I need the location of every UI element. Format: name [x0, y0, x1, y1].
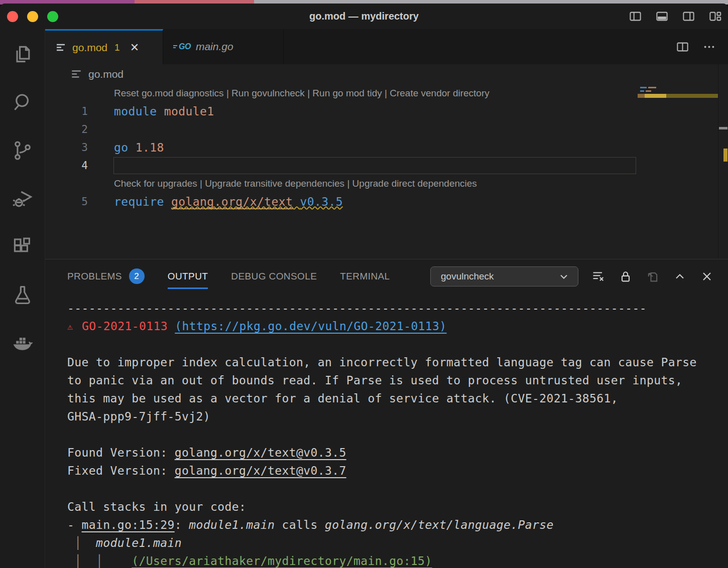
- found-version-link[interactable]: golang.org/x/text@v0.3.5: [175, 446, 346, 459]
- stack-location-link[interactable]: main.go:15:29: [82, 518, 175, 531]
- minimize-window-button[interactable]: [27, 11, 38, 22]
- output-channel-select[interactable]: govulncheck: [430, 266, 578, 287]
- problems-count-badge: 2: [129, 268, 145, 284]
- editor-actions: [676, 29, 728, 64]
- vscode-window: go.mod — mydirectory: [0, 4, 728, 568]
- description-line: GHSA-ppp9-7jff-5vj2): [67, 407, 728, 425]
- description-line: Due to improper index calculation, an in…: [67, 353, 728, 371]
- output-console: ----------------------------------------…: [45, 293, 728, 568]
- editor-tab-bar: go.mod 1 ✕ GO main.go: [45, 29, 728, 64]
- source-control-icon[interactable]: [12, 139, 34, 162]
- clear-output-icon[interactable]: [591, 269, 605, 283]
- breadcrumb-filename: go.mod: [88, 68, 124, 80]
- call-stack-frame: │ module1.main: [67, 534, 728, 552]
- maximize-panel-icon[interactable]: [673, 269, 687, 283]
- minimap[interactable]: [638, 64, 718, 259]
- call-stacks-heading: Call stacks in your code:: [67, 498, 728, 516]
- docker-icon[interactable]: [12, 332, 34, 354]
- breadcrumb[interactable]: go.mod: [45, 64, 728, 84]
- editor-pane: go.mod Reset go.mod diagnostics | Run go…: [45, 64, 728, 259]
- tab-go-mod[interactable]: go.mod 1 ✕: [45, 29, 163, 64]
- vulnerability-link[interactable]: (https://pkg.go.dev/vuln/GO-2021-0113): [175, 320, 446, 333]
- explorer-icon[interactable]: [12, 43, 34, 65]
- title-bar: go.mod — mydirectory: [0, 4, 728, 29]
- minimap-warning-band: [638, 94, 718, 98]
- split-editor-icon[interactable]: [676, 40, 689, 54]
- run-and-debug-icon[interactable]: [12, 188, 34, 210]
- stack-file-link[interactable]: (/Users/ariathaker/mydirectory/main.go:1…: [132, 554, 432, 567]
- toggle-secondary-sidebar-icon[interactable]: [682, 10, 695, 23]
- go-speed-lines: [173, 44, 177, 49]
- customize-layout-icon[interactable]: [708, 10, 722, 23]
- cursor-line-marker: [719, 127, 727, 129]
- toggle-primary-sidebar-icon[interactable]: [629, 10, 642, 23]
- go-mod-file-icon: [70, 68, 82, 80]
- call-stack-entry: - main.go:15:29: module1.main calls gola…: [67, 516, 728, 534]
- warning-marker: [723, 149, 727, 162]
- tab-main-go[interactable]: GO main.go: [163, 29, 284, 64]
- close-panel-icon[interactable]: [700, 269, 714, 283]
- line-number: 3: [45, 141, 114, 154]
- tab-warning-badge: 1: [114, 42, 120, 53]
- close-window-button[interactable]: [7, 11, 18, 22]
- line-number: 1: [45, 105, 114, 117]
- go-file-icon: GO: [173, 42, 191, 51]
- lock-scroll-icon[interactable]: [619, 269, 633, 283]
- traffic-lights: [7, 4, 58, 29]
- description-line: to panic via an out of bounds read. If P…: [67, 371, 728, 389]
- vulnerability-heading: ⚠GO-2021-0113 (https://pkg.go.dev/vuln/G…: [67, 317, 728, 335]
- codelens-require[interactable]: Check for upgrades | Upgrade transitive …: [45, 175, 728, 193]
- call-stack-path: │ │ (/Users/ariathaker/mydirectory/main.…: [67, 552, 728, 568]
- code-line-4-current[interactable]: 4: [45, 157, 728, 175]
- current-line-highlight: [113, 157, 636, 174]
- package-link[interactable]: golang.org/x/text: [171, 195, 293, 209]
- tab-terminal[interactable]: TERMINAL: [340, 271, 390, 282]
- activity-bar: [0, 29, 45, 568]
- line-number: 5: [45, 196, 114, 208]
- code-line-3[interactable]: 3 go 1.18: [45, 138, 728, 157]
- tab-output[interactable]: OUTPUT: [168, 271, 208, 282]
- panel-header: PROBLEMS 2 OUTPUT DEBUG CONSOLE TERMINAL…: [45, 259, 728, 293]
- code-line-5[interactable]: 5 require golang.org/x/text v0.3.5: [45, 193, 728, 211]
- testing-icon[interactable]: [12, 284, 34, 306]
- chevron-down-icon: [558, 270, 570, 282]
- window-title: go.mod — mydirectory: [0, 4, 728, 29]
- screen: go.mod — mydirectory: [0, 0, 728, 568]
- extensions-icon[interactable]: [12, 236, 34, 258]
- line-number: 4: [45, 160, 114, 172]
- tab-debug-console[interactable]: DEBUG CONSOLE: [231, 271, 317, 282]
- toggle-panel-icon[interactable]: [655, 10, 669, 23]
- warning-icon: ⚠: [67, 321, 82, 332]
- code-line-1[interactable]: 1 module module1: [45, 102, 728, 120]
- open-output-in-editor-icon[interactable]: [646, 269, 660, 283]
- bottom-panel: PROBLEMS 2 OUTPUT DEBUG CONSOLE TERMINAL…: [45, 259, 728, 568]
- go-mod-file-icon: [55, 42, 66, 53]
- tab-close-icon[interactable]: ✕: [130, 41, 139, 54]
- more-actions-icon[interactable]: [702, 40, 716, 54]
- description-line: this may be used as a vector for a denia…: [67, 389, 728, 407]
- overview-ruler[interactable]: [718, 64, 728, 259]
- fixed-version-link[interactable]: golang.org/x/text@v0.3.7: [175, 464, 346, 477]
- tab-label: main.go: [196, 41, 233, 53]
- search-icon[interactable]: [12, 91, 34, 113]
- codelens-module[interactable]: Reset go.mod diagnostics | Run govulnche…: [45, 84, 728, 102]
- tab-label: go.mod: [72, 42, 107, 54]
- found-version-line: Found Version: golang.org/x/text@v0.3.5: [67, 444, 728, 462]
- zoom-window-button[interactable]: [47, 11, 58, 22]
- output-separator: ----------------------------------------…: [67, 299, 728, 317]
- code-line-2[interactable]: 2: [45, 120, 728, 138]
- tab-problems[interactable]: PROBLEMS 2: [67, 268, 145, 284]
- line-number: 2: [45, 123, 114, 135]
- fixed-version-line: Fixed Version: golang.org/x/text@v0.3.7: [67, 462, 728, 480]
